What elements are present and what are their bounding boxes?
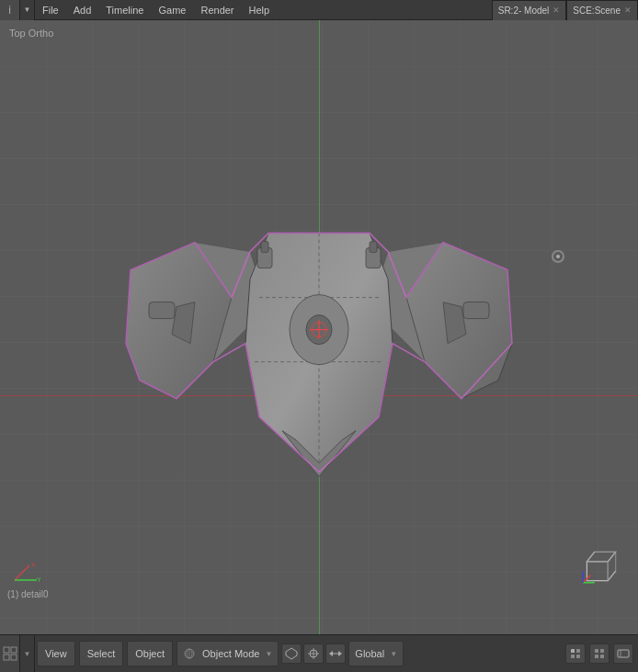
menu-help[interactable]: Help <box>242 0 278 20</box>
viewport-3d[interactable]: Top Ortho <box>0 20 638 634</box>
svg-rect-54 <box>595 649 598 653</box>
snap-button[interactable] <box>303 644 324 664</box>
menu-timeline[interactable]: Timeline <box>98 0 151 20</box>
object-info: (1) detail0 <box>7 589 48 599</box>
svg-marker-49 <box>329 651 333 656</box>
svg-rect-14 <box>261 242 268 253</box>
svg-rect-36 <box>4 647 9 653</box>
svg-marker-2 <box>406 243 512 399</box>
svg-rect-15 <box>366 248 381 268</box>
info-icon[interactable]: i <box>0 0 20 20</box>
svg-text:Y: Y <box>37 576 40 583</box>
svg-marker-1 <box>195 243 268 362</box>
tab-model[interactable]: SR:2- Model ✕ <box>492 0 567 20</box>
center-horizontal-line <box>0 395 638 396</box>
menu-add[interactable]: Add <box>66 0 99 20</box>
svg-rect-39 <box>11 655 17 660</box>
svg-rect-56 <box>595 655 598 658</box>
menu-render[interactable]: Render <box>193 0 241 20</box>
mesh-icon-btn[interactable] <box>281 644 302 664</box>
svg-line-32 <box>15 565 29 580</box>
svg-rect-51 <box>576 649 580 653</box>
layers2-icon-btn[interactable] <box>589 644 610 664</box>
nav-gizmo[interactable] <box>577 542 623 588</box>
tab-bar: SR:2- Model ✕ SCE:Scene ✕ <box>492 0 638 20</box>
svg-rect-52 <box>571 655 575 658</box>
svg-marker-17 <box>282 431 356 477</box>
ship-model <box>121 160 517 509</box>
menu-file[interactable]: File <box>35 0 66 20</box>
axis-indicator: X Y <box>11 558 40 584</box>
menu-arrow[interactable]: ▼ <box>20 0 35 20</box>
statusbar-icon[interactable] <box>0 635 20 673</box>
object-button[interactable]: Object <box>127 641 173 666</box>
layers-icon-btn[interactable] <box>565 644 586 664</box>
transform-button[interactable] <box>325 644 346 664</box>
svg-rect-37 <box>11 647 17 653</box>
tab-scene-close[interactable]: ✕ <box>624 6 632 15</box>
view-dot-indicator <box>552 250 564 263</box>
svg-point-9 <box>306 315 332 345</box>
svg-marker-22 <box>126 233 512 473</box>
center-vertical-line <box>319 20 320 634</box>
mode-dropdown-arrow: ▼ <box>265 650 272 658</box>
view-button[interactable]: View <box>37 641 75 666</box>
svg-marker-18 <box>172 302 195 344</box>
render-icon-btn[interactable] <box>613 644 633 664</box>
svg-rect-53 <box>576 655 580 658</box>
menu-game[interactable]: Game <box>151 0 193 20</box>
svg-rect-58 <box>618 650 629 657</box>
statusbar-arrow[interactable]: ▼ <box>20 635 35 673</box>
svg-rect-50 <box>571 649 575 653</box>
svg-rect-21 <box>463 302 489 319</box>
svg-rect-16 <box>370 242 377 253</box>
svg-text:X: X <box>31 562 36 568</box>
svg-rect-38 <box>4 655 9 660</box>
svg-marker-19 <box>443 302 466 344</box>
svg-rect-20 <box>149 302 175 319</box>
object-mode-dropdown[interactable]: Object Mode ▼ <box>177 641 279 666</box>
select-button[interactable]: Select <box>79 641 124 666</box>
svg-line-26 <box>587 552 594 561</box>
svg-point-12 <box>312 323 326 337</box>
svg-rect-55 <box>600 649 604 653</box>
view-label: Top Ortho <box>9 28 53 39</box>
global-dropdown[interactable]: Global ▼ <box>348 641 404 666</box>
tab-scene[interactable]: SCE:Scene ✕ <box>566 0 638 20</box>
global-dropdown-arrow: ▼ <box>390 650 397 658</box>
svg-marker-43 <box>286 648 297 659</box>
svg-point-8 <box>290 295 348 365</box>
top-menu-bar: i ▼ File Add Timeline Game Render Help S… <box>0 0 638 20</box>
svg-rect-57 <box>600 655 604 658</box>
tab-model-close[interactable]: ✕ <box>553 6 560 15</box>
grid-background <box>0 20 638 634</box>
svg-rect-23 <box>587 562 608 581</box>
svg-marker-0 <box>126 243 232 399</box>
svg-marker-3 <box>370 243 443 362</box>
svg-marker-4 <box>245 233 393 473</box>
svg-line-28 <box>608 571 615 580</box>
svg-line-27 <box>608 552 615 561</box>
svg-rect-13 <box>257 248 272 268</box>
statusbar: ▼ View Select Object Object Mode ▼ <box>0 634 638 672</box>
svg-marker-48 <box>338 651 342 656</box>
